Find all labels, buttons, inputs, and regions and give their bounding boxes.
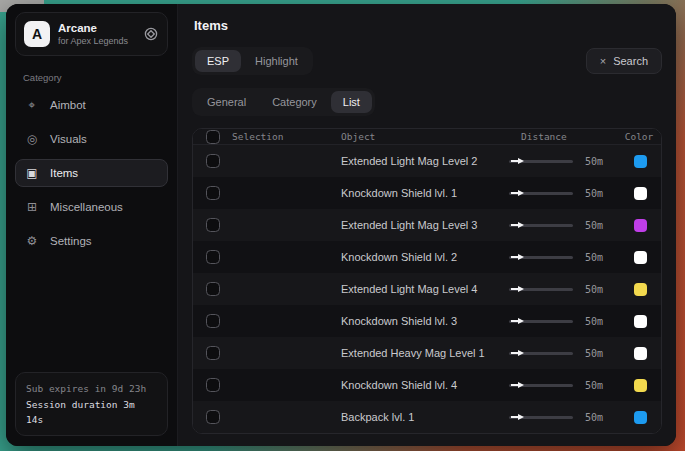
slider-thumb[interactable]	[511, 350, 524, 356]
object-label: Extended Heavy Mag Level 1	[341, 347, 509, 359]
distance-value: 50m	[585, 412, 613, 423]
distance-value: 50m	[585, 316, 613, 327]
column-color: Color	[619, 131, 661, 142]
distance-value: 50m	[585, 348, 613, 359]
color-swatch[interactable]	[634, 379, 647, 392]
sidebar-item-aimbot[interactable]: ⌖ Aimbot	[15, 91, 168, 119]
app-title: Arcane	[58, 21, 135, 35]
slider-thumb[interactable]	[511, 254, 524, 260]
slider-thumb[interactable]	[511, 414, 524, 420]
object-label: Knockdown Shield lvl. 2	[341, 251, 509, 263]
distance-slider[interactable]	[509, 282, 573, 296]
color-swatch[interactable]	[634, 347, 647, 360]
emblem-icon[interactable]	[143, 26, 159, 42]
slider-thumb[interactable]	[511, 190, 524, 196]
object-label: Backpack lvl. 1	[341, 411, 509, 423]
search-label: Search	[613, 55, 648, 67]
slider-thumb[interactable]	[511, 382, 524, 388]
tab-list[interactable]: List	[331, 91, 372, 113]
table-row: Extended Light Mag Level 3 50m	[193, 209, 661, 241]
box-icon: ▣	[24, 166, 40, 180]
table-row: Knockdown Shield lvl. 3 50m	[193, 305, 661, 337]
object-label: Knockdown Shield lvl. 1	[341, 187, 509, 199]
app-logo: A	[24, 21, 50, 47]
color-swatch[interactable]	[634, 315, 647, 328]
items-table: Selection Object Distance Color Extended…	[192, 128, 662, 434]
table-row: Knockdown Shield lvl. 2 50m	[193, 241, 661, 273]
sub-expires-text: Sub expires in 9d 23h	[26, 381, 157, 396]
sidebar: A Arcane for Apex Legends Category ⌖ Aim…	[6, 4, 178, 446]
color-swatch[interactable]	[634, 187, 647, 200]
table-body: Extended Light Mag Level 2 50m Knockdown…	[193, 145, 661, 433]
mode-tabs: ESPHighlight	[192, 47, 313, 75]
object-label: Extended Light Mag Level 2	[341, 155, 509, 167]
color-swatch[interactable]	[634, 219, 647, 232]
sidebar-item-items[interactable]: ▣ Items	[15, 159, 168, 187]
distance-slider[interactable]	[509, 314, 573, 328]
row-checkbox[interactable]	[206, 250, 220, 264]
table-row: Knockdown Shield lvl. 4 50m	[193, 369, 661, 401]
eye-icon: ◎	[24, 132, 40, 146]
distance-slider[interactable]	[509, 346, 573, 360]
session-duration-text: Session duration 3m 14s	[26, 397, 157, 427]
column-selection: Selection	[232, 131, 283, 142]
app-subtitle: for Apex Legends	[58, 36, 135, 47]
row-checkbox[interactable]	[206, 346, 220, 360]
table-row: Extended Light Mag Level 4 50m	[193, 273, 661, 305]
column-object: Object	[341, 131, 509, 142]
search-icon: ×	[600, 56, 606, 67]
row-checkbox[interactable]	[206, 314, 220, 328]
row-checkbox[interactable]	[206, 218, 220, 232]
sidebar-item-settings[interactable]: ⚙ Settings	[15, 227, 168, 255]
tab-category[interactable]: Category	[260, 91, 329, 113]
distance-slider[interactable]	[509, 410, 573, 424]
color-swatch[interactable]	[634, 155, 647, 168]
distance-value: 50m	[585, 156, 613, 167]
sidebar-item-miscellaneous[interactable]: ⊞ Miscellaneous	[15, 193, 168, 221]
color-swatch[interactable]	[634, 251, 647, 264]
row-checkbox[interactable]	[206, 410, 220, 424]
distance-value: 50m	[585, 188, 613, 199]
table-row: Knockdown Shield lvl. 1 50m	[193, 177, 661, 209]
search-button[interactable]: × Search	[586, 48, 662, 74]
color-swatch[interactable]	[634, 283, 647, 296]
object-label: Knockdown Shield lvl. 4	[341, 379, 509, 391]
distance-value: 50m	[585, 252, 613, 263]
select-all-checkbox[interactable]	[206, 130, 220, 144]
app-window: A Arcane for Apex Legends Category ⌖ Aim…	[6, 4, 676, 446]
tab-general[interactable]: General	[195, 91, 258, 113]
table-header: Selection Object Distance Color	[193, 129, 661, 145]
distance-value: 50m	[585, 284, 613, 295]
distance-slider[interactable]	[509, 378, 573, 392]
tab-highlight[interactable]: Highlight	[243, 50, 310, 72]
column-distance: Distance	[509, 131, 619, 142]
sidebar-item-visuals[interactable]: ◎ Visuals	[15, 125, 168, 153]
page-title: Items	[194, 18, 662, 33]
object-label: Extended Light Mag Level 3	[341, 219, 509, 231]
crosshair-icon: ⌖	[24, 98, 40, 112]
table-row: Backpack lvl. 1 50m	[193, 401, 661, 433]
table-row: Extended Heavy Mag Level 1 50m	[193, 337, 661, 369]
grid-icon: ⊞	[24, 200, 40, 214]
distance-value: 50m	[585, 220, 613, 231]
sidebar-section-label: Category	[23, 72, 168, 83]
row-checkbox[interactable]	[206, 282, 220, 296]
row-checkbox[interactable]	[206, 186, 220, 200]
slider-thumb[interactable]	[511, 318, 524, 324]
slider-thumb[interactable]	[511, 222, 524, 228]
distance-slider[interactable]	[509, 250, 573, 264]
tab-esp[interactable]: ESP	[195, 50, 241, 72]
color-swatch[interactable]	[634, 411, 647, 424]
distance-value: 50m	[585, 380, 613, 391]
slider-thumb[interactable]	[511, 158, 524, 164]
table-row: Extended Light Mag Level 2 50m	[193, 145, 661, 177]
distance-slider[interactable]	[509, 154, 573, 168]
main-panel: Items ESPHighlight × Search GeneralCateg…	[178, 4, 676, 446]
distance-slider[interactable]	[509, 218, 573, 232]
distance-slider[interactable]	[509, 186, 573, 200]
row-checkbox[interactable]	[206, 154, 220, 168]
row-checkbox[interactable]	[206, 378, 220, 392]
app-header-card: A Arcane for Apex Legends	[15, 12, 168, 56]
session-info-card: Sub expires in 9d 23h Session duration 3…	[15, 372, 168, 436]
slider-thumb[interactable]	[511, 286, 524, 292]
